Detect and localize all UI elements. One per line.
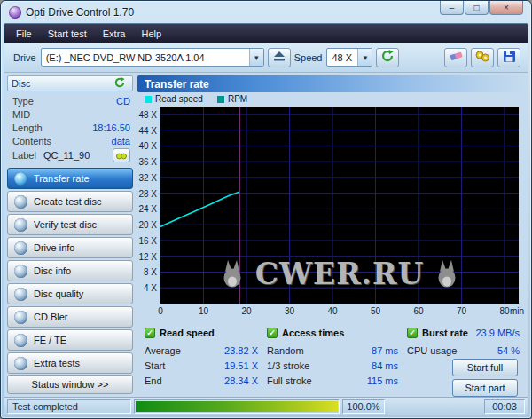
disc-info-row: Type CD (12, 95, 130, 108)
sidebar-item-fe-te[interactable]: FE / TE (7, 329, 133, 351)
result-row: Average 23.82 X (145, 344, 258, 358)
result-value: 28.34 X (224, 374, 258, 388)
sidebar-item-disc-info[interactable]: Disc info (7, 260, 133, 281)
sidebar-item-transfer-rate[interactable]: Transfer rate (7, 168, 133, 189)
x-tick-label: 50 (365, 306, 387, 316)
disc-info-label: Contents (12, 135, 51, 148)
rpm-swatch-icon (217, 96, 224, 103)
x-axis-labels: 01020304050607080min (137, 306, 525, 319)
y-axis-labels: 4 X8 X12 X16 X20 X24 X28 X32 X36 X40 X44… (137, 107, 159, 304)
access-times-checkbox[interactable]: ✓ (267, 328, 278, 338)
disc-info: Type CD MID Length 18:16.50 Contents dat… (7, 91, 133, 167)
disc-info-label: Length (12, 122, 43, 135)
maximize-button[interactable]: □ (465, 1, 489, 15)
sidebar-item-extra-tests[interactable]: Extra tests (7, 352, 133, 374)
sidebar-item-cd-bler[interactable]: CD Bler (7, 306, 133, 328)
burst-rate-checkbox[interactable]: ✓ (407, 328, 418, 338)
drive-dropdown[interactable]: (E:) _NEC DVD_RW ND-3520A 1.04 ▾ (41, 48, 264, 67)
chart-svg (160, 107, 519, 304)
legend-item-rpm: RPM (217, 94, 247, 104)
result-value: 23.82 X (224, 344, 258, 358)
menu-extra[interactable]: Extra (95, 24, 134, 43)
legend-item-read-speed: Read speed (145, 94, 203, 104)
result-row: Full stroke 115 ms (267, 374, 398, 388)
sphere-icon (14, 241, 27, 255)
refresh-button[interactable] (376, 48, 399, 67)
save-report-button[interactable] (497, 48, 520, 67)
result-label: Average (145, 344, 181, 358)
minimize-button[interactable]: – (440, 1, 464, 15)
y-tick-label: 36 X (138, 157, 157, 167)
eject-button[interactable] (268, 48, 291, 67)
x-tick-label: 0 (150, 306, 171, 316)
result-row: 1/3 stroke 84 ms (267, 359, 398, 373)
disc-label-value: QC_11_90 (43, 149, 90, 162)
disc-label-row: Label QC_11_90 (12, 148, 130, 162)
sidebar-item-drive-info[interactable]: Drive info (7, 237, 133, 258)
close-button[interactable]: × (489, 1, 523, 15)
sphere-icon (14, 218, 27, 232)
result-label: 1/3 stroke (267, 359, 309, 373)
disc-label-button[interactable] (113, 148, 130, 162)
start-part-button[interactable]: Start part (452, 379, 518, 397)
sphere-icon (14, 311, 27, 324)
x-tick-label: 20 (236, 306, 257, 316)
x-tick-label: 40 (322, 306, 343, 316)
disc-info-row: MID (12, 108, 130, 122)
sidebar-item-label: Verify test disc (34, 219, 97, 230)
refresh-icon (114, 77, 125, 91)
sidebar-item-label: Transfer rate (34, 173, 90, 184)
sidebar-item-verify-test-disc[interactable]: Verify test disc (7, 214, 133, 235)
rescan-disc-button[interactable] (111, 76, 129, 91)
chevron-down-icon: ▾ (357, 49, 372, 66)
menu-start-test[interactable]: Start test (40, 24, 95, 43)
sphere-icon (14, 334, 27, 347)
result-value: 87 ms (372, 344, 398, 358)
start-full-button[interactable]: Start full (452, 359, 518, 376)
progress-percent: 100.0% (342, 399, 385, 414)
y-tick-label: 20 X (138, 220, 157, 230)
sidebar-item-create-test-disc[interactable]: Create test disc (7, 191, 133, 212)
y-tick-label: 40 X (138, 141, 157, 151)
disc-info-label: Label (12, 149, 36, 162)
results-section-title: Burst rate (422, 326, 468, 340)
x-tick-label: 10 (193, 306, 215, 316)
sphere-icon (14, 195, 27, 209)
result-label: Start (145, 359, 165, 373)
statusbar: Test completed 100.0% 00:03 (4, 397, 528, 415)
y-tick-label: 8 X (144, 267, 157, 277)
chart-legend: Read speed RPM (137, 92, 525, 106)
erase-disc-button[interactable] (444, 48, 467, 67)
legend-label: RPM (228, 94, 247, 104)
menu-file[interactable]: File (8, 24, 40, 43)
check-icon: ✓ (146, 329, 153, 337)
glasses-icon (116, 149, 127, 162)
sidebar-item-disc-quality[interactable]: Disc quality (7, 283, 133, 304)
sidebar-item-label: FE / TE (34, 335, 66, 345)
sphere-icon (14, 172, 27, 186)
disc-info-value: data (112, 135, 130, 148)
status-window-button[interactable]: Status window >> (7, 375, 133, 394)
titlebar[interactable]: Opti Drive Control 1.70 – □ × (4, 1, 528, 23)
check-icon: ✓ (409, 329, 416, 337)
sidebar: Disc Type CD MID (7, 75, 133, 394)
menu-help[interactable]: Help (133, 24, 169, 43)
burst-rate-value: 23.9 MB/s (475, 326, 520, 340)
plot-area: CWER.RU (160, 107, 519, 304)
legend-label: Read speed (155, 94, 203, 104)
disc-info-label: MID (12, 108, 30, 122)
settings-button[interactable] (471, 48, 494, 67)
read-speed-checkbox[interactable]: ✓ (145, 328, 155, 338)
result-label: Random (267, 344, 304, 358)
window-title: Opti Drive Control 1.70 (26, 6, 134, 19)
gears-icon (475, 51, 489, 65)
drive-label: Drive (13, 52, 36, 63)
app-window: Opti Drive Control 1.70 – □ × File Start… (0, 0, 532, 419)
y-tick-label: 4 X (144, 283, 157, 293)
x-tick-label: 60 (408, 306, 429, 316)
eject-icon (274, 51, 285, 64)
result-value: 19.51 X (224, 359, 258, 373)
disc-info-label: Type (12, 95, 34, 108)
content: Disc Type CD MID (4, 73, 528, 397)
speed-dropdown[interactable]: 48 X ▾ (326, 48, 372, 67)
